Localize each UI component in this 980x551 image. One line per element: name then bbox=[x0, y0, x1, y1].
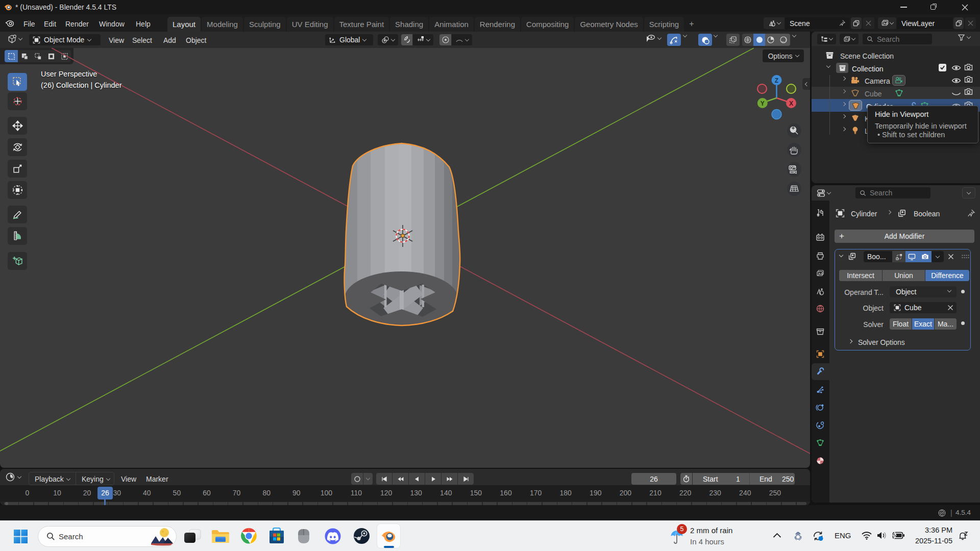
svg-text:X: X bbox=[789, 100, 793, 107]
svg-text:Z: Z bbox=[775, 77, 778, 84]
svg-text:Y: Y bbox=[761, 100, 765, 107]
